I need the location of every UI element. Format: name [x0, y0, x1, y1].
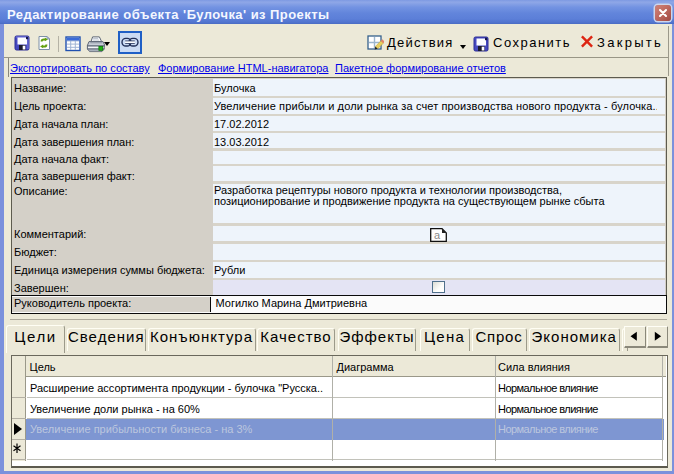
svg-text:a: a	[434, 229, 441, 241]
